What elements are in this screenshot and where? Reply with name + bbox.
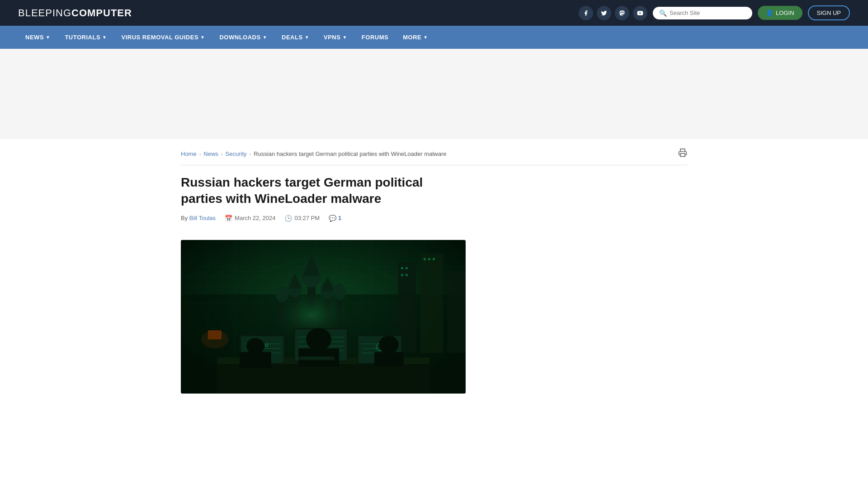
article-time: 03:27 PM xyxy=(294,215,320,221)
nav-item-news[interactable]: NEWS ▼ xyxy=(18,26,57,49)
breadcrumb-sep-1: › xyxy=(199,151,201,157)
user-icon: 👤 xyxy=(766,9,773,16)
login-button[interactable]: 👤 LOGIN xyxy=(758,6,802,20)
social-icons-group xyxy=(579,6,647,20)
twitter-icon[interactable] xyxy=(597,6,611,20)
logo-bold: COMPUTER xyxy=(71,7,132,19)
breadcrumb-security[interactable]: Security xyxy=(226,150,247,157)
advertisement-banner xyxy=(0,49,868,139)
breadcrumb-news[interactable]: News xyxy=(203,150,218,157)
article-date: March 22, 2024 xyxy=(235,215,275,221)
breadcrumb-current: Russian hackers target German political … xyxy=(254,150,446,157)
chevron-down-icon: ▼ xyxy=(263,35,267,40)
chevron-down-icon: ▼ xyxy=(46,35,50,40)
main-content: Home › News › Security › Russian hackers… xyxy=(163,139,705,403)
nav-item-more[interactable]: MORE ▼ xyxy=(396,26,435,49)
svg-rect-1 xyxy=(680,154,685,157)
comment-icon: 💬 xyxy=(329,215,336,222)
chevron-down-icon: ▼ xyxy=(342,35,347,40)
nav-item-forums[interactable]: FORUMS xyxy=(354,26,396,49)
login-label: LOGIN xyxy=(776,9,794,16)
content-layout: Russian hackers target German political … xyxy=(181,174,687,394)
youtube-icon[interactable] xyxy=(633,6,647,20)
signup-button[interactable]: SIGN UP xyxy=(808,5,850,20)
comments-count: 1 xyxy=(338,215,341,221)
search-bar: 🔍 xyxy=(653,7,752,19)
header-right: 🔍 👤 LOGIN SIGN UP xyxy=(579,5,850,20)
chevron-down-icon: ▼ xyxy=(102,35,107,40)
nav-item-virus-removal[interactable]: VIRUS REMOVAL GUIDES ▼ xyxy=(114,26,212,49)
mastodon-icon[interactable] xyxy=(615,6,629,20)
article-meta: By Bill Toulas 📅 March 22, 2024 🕒 03:27 … xyxy=(181,215,466,229)
print-icon[interactable] xyxy=(678,148,687,160)
site-header: BLEEPINGCOMPUTER 🔍 👤 LOGIN SIGN UP xyxy=(0,0,868,26)
author-by-label: By xyxy=(181,215,188,221)
nav-item-deals[interactable]: DEALS ▼ xyxy=(274,26,316,49)
author-info: By Bill Toulas xyxy=(181,215,216,221)
author-link[interactable]: Bill Toulas xyxy=(189,215,216,221)
article-main: Russian hackers target German political … xyxy=(181,174,466,394)
svg-rect-73 xyxy=(181,240,466,394)
logo-light: BLEEPING xyxy=(18,7,71,19)
breadcrumb-sep-3: › xyxy=(250,151,251,157)
chevron-down-icon: ▼ xyxy=(200,35,205,40)
search-icon: 🔍 xyxy=(659,9,667,17)
main-nav: NEWS ▼ TUTORIALS ▼ VIRUS REMOVAL GUIDES … xyxy=(0,26,868,49)
nav-item-downloads[interactable]: DOWNLOADS ▼ xyxy=(212,26,274,49)
site-logo[interactable]: BLEEPINGCOMPUTER xyxy=(18,7,132,19)
breadcrumb-home[interactable]: Home xyxy=(181,150,197,157)
chevron-down-icon: ▼ xyxy=(305,35,309,40)
search-input[interactable] xyxy=(670,9,746,16)
comments-link[interactable]: 💬 1 xyxy=(329,215,341,222)
nav-item-vpns[interactable]: VPNS ▼ xyxy=(316,26,354,49)
article-image xyxy=(181,240,466,394)
time-meta: 🕒 03:27 PM xyxy=(284,215,320,222)
chevron-down-icon: ▼ xyxy=(423,35,428,40)
sidebar xyxy=(484,174,619,394)
article-title: Russian hackers target German political … xyxy=(181,174,466,207)
date-meta: 📅 March 22, 2024 xyxy=(225,215,275,222)
breadcrumb: Home › News › Security › Russian hackers… xyxy=(181,148,687,165)
facebook-icon[interactable] xyxy=(579,6,593,20)
breadcrumb-sep-2: › xyxy=(221,151,223,157)
clock-icon: 🕒 xyxy=(284,215,292,222)
calendar-icon: 📅 xyxy=(225,215,232,222)
signup-label: SIGN UP xyxy=(817,9,841,16)
nav-item-tutorials[interactable]: TUTORIALS ▼ xyxy=(57,26,114,49)
